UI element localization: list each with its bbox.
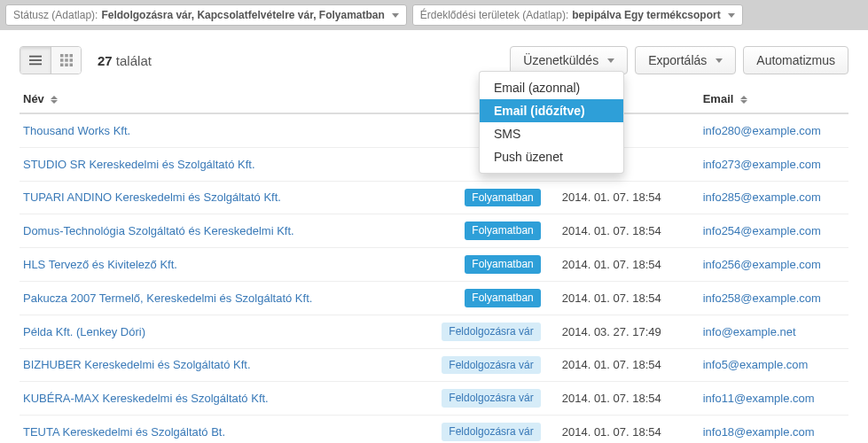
svg-rect-10 [65, 64, 68, 67]
svg-rect-8 [69, 58, 73, 62]
table-row[interactable]: KUBÉRA-MAX Kereskedelmi és Szolgáltató K… [20, 382, 848, 416]
filter-status[interactable]: Státusz (Adatlap): Feldolgozásra vár, Ka… [5, 4, 407, 26]
row-date: 2014. 01. 07. 18:54 [559, 348, 700, 382]
status-badge: Folyamatban [465, 255, 540, 274]
result-count: 27 találat [98, 53, 152, 68]
result-count-label: találat [116, 53, 152, 68]
row-email[interactable]: info18@example.com [703, 425, 815, 439]
row-email[interactable]: info@example.net [703, 325, 796, 338]
row-date: 2014. 01. 07. 18:54 [559, 382, 700, 416]
row-email[interactable]: info5@example.com [703, 358, 809, 371]
export-button[interactable]: Exportálás [635, 46, 736, 74]
row-date: 2014. 01. 07. 18:54 [559, 248, 700, 282]
table-row[interactable]: HLS Tervező és Kivitelező Kft.Folyamatba… [20, 248, 848, 282]
row-name[interactable]: TEUTA Kereskedelmi és Szolgáltató Bt. [23, 425, 225, 439]
caret-down-icon [607, 58, 614, 63]
svg-rect-4 [65, 54, 68, 58]
status-badge: Feldolgozásra vár [442, 389, 540, 408]
svg-rect-5 [69, 54, 73, 58]
row-date: 2014. 03. 27. 17:49 [559, 315, 700, 348]
view-list-button[interactable] [20, 47, 51, 74]
column-header-email[interactable]: Email [700, 83, 848, 113]
row-email[interactable]: info11@example.com [703, 392, 815, 405]
svg-rect-7 [65, 58, 68, 62]
row-date: 2014. 01. 07. 18:54 [559, 181, 700, 214]
dropdown-item[interactable]: Email (azonnal) [480, 76, 623, 99]
row-date: 2014. 01. 07. 18:54 [559, 281, 700, 315]
table-row[interactable]: Példa Kft. (Lenkey Dóri)Feldolgozásra vá… [20, 315, 848, 348]
export-button-label: Exportálás [648, 53, 707, 67]
status-badge: Feldolgozásra vár [442, 323, 540, 341]
caret-down-icon [392, 13, 399, 18]
automation-button-label: Automatizmus [756, 53, 835, 67]
filter-status-label: Státusz (Adatlap): [13, 9, 98, 21]
row-name[interactable]: Domus-Technológia Szolgáltató és Kereske… [23, 224, 294, 237]
message-dropdown: Email (azonnal)Email (időzítve)SMSPush ü… [479, 71, 624, 174]
svg-rect-9 [60, 64, 64, 67]
status-badge: Feldolgozásra vár [442, 356, 540, 375]
row-email[interactable]: info280@example.com [703, 124, 821, 137]
status-badge: Feldolgozásra vár [442, 423, 540, 441]
caret-down-icon [728, 13, 735, 18]
row-email[interactable]: info258@example.com [703, 291, 821, 305]
row-name[interactable]: STUDIO SR Kereskedelmi és Szolgáltató Kf… [23, 158, 255, 171]
filter-interest-label: Érdeklődési területek (Adatlap): [420, 9, 568, 21]
table-row[interactable]: TUPARI ANDINO Kereskedelmi és Szolgáltat… [20, 181, 848, 214]
filter-interest[interactable]: Érdeklődési területek (Adatlap): bepipál… [412, 4, 743, 26]
column-header-name[interactable]: Név [20, 83, 409, 113]
row-email[interactable]: info273@example.com [703, 158, 821, 171]
row-name[interactable]: KUBÉRA-MAX Kereskedelmi és Szolgáltató K… [23, 392, 269, 405]
status-badge: Folyamatban [465, 189, 540, 207]
sort-icon [51, 96, 58, 104]
toolbar: 27 találat Üzenetküldés Exportálás Autom… [0, 30, 868, 83]
filter-bar: Státusz (Adatlap): Feldolgozásra vár, Ka… [0, 0, 868, 30]
svg-rect-1 [29, 59, 42, 61]
row-name[interactable]: Thousand Works Kft. [23, 124, 130, 137]
row-date: 2014. 01. 07. 18:54 [559, 214, 700, 248]
dropdown-item[interactable]: SMS [480, 122, 623, 145]
table-row[interactable]: Thousand Works Kft.Kapcsolat1. 07. 18:54… [20, 113, 848, 147]
status-badge: Folyamatban [465, 222, 540, 240]
row-date: 2014. 01. 07. 18:54 [559, 416, 700, 443]
svg-rect-2 [29, 64, 42, 66]
table-row[interactable]: BIZHUBER Kereskedelmi és Szolgáltató Kft… [20, 348, 848, 382]
list-icon [29, 54, 42, 66]
svg-rect-3 [60, 54, 64, 58]
row-name[interactable]: Példa Kft. (Lenkey Dóri) [23, 325, 145, 338]
row-email[interactable]: info254@example.com [703, 224, 821, 237]
svg-rect-0 [29, 56, 42, 58]
dropdown-item[interactable]: Push üzenet [480, 145, 623, 168]
status-badge: Folyamatban [465, 289, 540, 307]
row-name[interactable]: HLS Tervező és Kivitelező Kft. [23, 258, 177, 271]
dropdown-item[interactable]: Email (időzítve) [480, 99, 623, 122]
filter-interest-value: bepipálva Egy termékcsoport [572, 9, 720, 21]
sort-icon [740, 96, 747, 104]
table-row[interactable]: Domus-Technológia Szolgáltató és Kereske… [20, 214, 848, 248]
svg-rect-6 [60, 58, 64, 62]
row-name[interactable]: BIZHUBER Kereskedelmi és Szolgáltató Kft… [23, 358, 251, 371]
table-row[interactable]: Pakucza 2007 Termelő, Kereskedelmi és Sz… [20, 281, 848, 315]
table-row[interactable]: TEUTA Kereskedelmi és Szolgáltató Bt.Fel… [20, 416, 848, 443]
row-name[interactable]: TUPARI ANDINO Kereskedelmi és Szolgáltat… [23, 190, 281, 204]
svg-rect-11 [69, 64, 73, 67]
row-email[interactable]: info285@example.com [703, 190, 821, 204]
row-name[interactable]: Pakucza 2007 Termelő, Kereskedelmi és Sz… [23, 291, 312, 305]
grid-icon [60, 54, 73, 66]
message-button-label: Üzenetküldés [523, 53, 598, 67]
automation-button[interactable]: Automatizmus [743, 46, 848, 74]
table-row[interactable]: STUDIO SR Kereskedelmi és Szolgáltató Kf… [20, 147, 848, 181]
filter-status-value: Feldolgozásra vár, Kapcsolatfelvételre v… [101, 9, 384, 21]
results-table: Név Státusz átuma Email Thousand Works K… [20, 83, 848, 443]
caret-down-icon [716, 58, 723, 63]
result-count-number: 27 [98, 53, 113, 68]
view-toggle [20, 46, 82, 74]
row-email[interactable]: info256@example.com [703, 258, 821, 271]
view-grid-button[interactable] [51, 47, 81, 74]
